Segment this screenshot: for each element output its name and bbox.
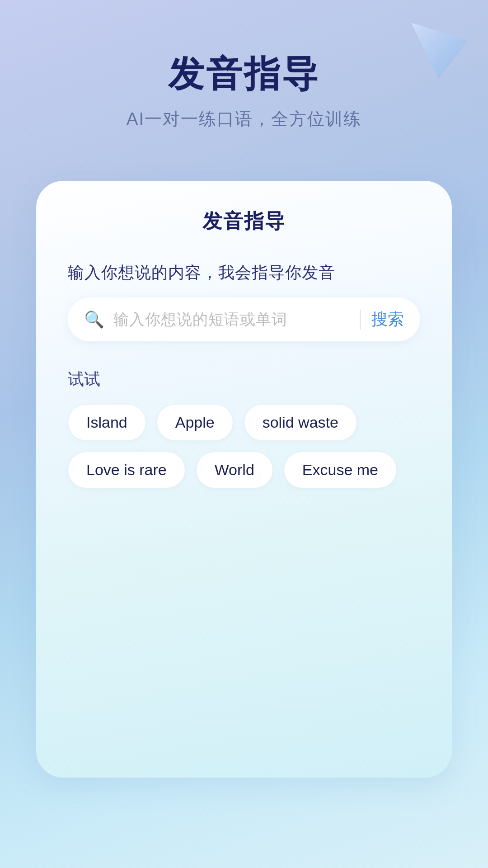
main-card: 发音指导 输入你想说的内容，我会指导你发音 🔍 输入你想说的短语或单词 搜索 试… bbox=[36, 181, 452, 778]
tag-island[interactable]: Island bbox=[68, 404, 146, 441]
card-title: 发音指导 bbox=[68, 208, 420, 235]
try-section-label: 试试 bbox=[68, 368, 420, 391]
search-button[interactable]: 搜索 bbox=[371, 308, 404, 330]
search-divider bbox=[360, 310, 361, 330]
tag-world[interactable]: World bbox=[196, 452, 273, 488]
tag-solid-waste[interactable]: solid waste bbox=[244, 404, 357, 441]
tag-apple[interactable]: Apple bbox=[157, 404, 233, 441]
header: 发音指导 AI一对一练口语，全方位训练 bbox=[0, 54, 488, 131]
tag-love-is-rare[interactable]: Love is rare bbox=[68, 452, 185, 488]
search-bar[interactable]: 🔍 输入你想说的短语或单词 搜索 bbox=[68, 297, 420, 341]
tag-excuse-me[interactable]: Excuse me bbox=[284, 452, 397, 488]
tags-container: Island Apple solid waste Love is rare Wo… bbox=[68, 404, 420, 488]
tags-row-1: Island Apple solid waste bbox=[68, 404, 420, 441]
search-input[interactable]: 输入你想说的短语或单词 bbox=[113, 309, 349, 330]
instruction-text: 输入你想说的内容，我会指导你发音 bbox=[68, 262, 420, 284]
page-main-title: 发音指导 bbox=[27, 54, 461, 94]
tags-row-2: Love is rare World Excuse me bbox=[68, 452, 420, 488]
page-subtitle: AI一对一练口语，全方位训练 bbox=[27, 108, 461, 131]
search-icon: 🔍 bbox=[84, 310, 104, 329]
